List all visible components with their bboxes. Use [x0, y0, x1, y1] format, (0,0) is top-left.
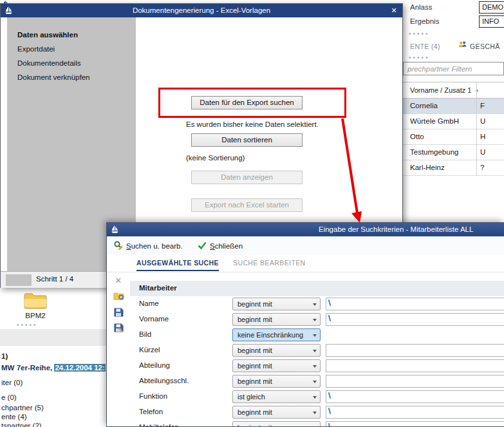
wizard-step-dokumentendetails[interactable]: Dokumentendetails — [7, 56, 136, 70]
button-label: chließen — [215, 242, 243, 250]
operator-select[interactable]: beginnt mit — [232, 375, 321, 388]
operator-value: beginnt mit — [238, 346, 272, 354]
criteria-row-name: Name beginnt mit — [130, 296, 504, 312]
criteria-label: Name — [139, 299, 159, 307]
partner-panel: Anlass DEMO Ergebnis INFO ••••• ENTE (4)… — [402, 0, 504, 222]
search-and-edit-button[interactable]: Suchen u. bearb. — [113, 240, 183, 252]
criteria-input[interactable] — [326, 359, 504, 372]
tree-item[interactable]: iter (0) — [1, 379, 23, 386]
operator-select[interactable]: beginnt mit — [232, 344, 321, 357]
operator-select[interactable]: beginnt mit — [232, 359, 321, 372]
close-search-button[interactable]: Schließen — [197, 240, 243, 252]
table-row[interactable]: Testumgebung U — [402, 145, 504, 160]
criteria-label: Abteilung — [139, 361, 170, 369]
tree-item-label: iter (0) — [1, 379, 23, 386]
tree-item[interactable]: tspartner (2) — [1, 422, 42, 427]
tab-suche-bearbeiten[interactable]: SUCHE BEARBEITEN — [233, 259, 306, 270]
criteria-input[interactable] — [326, 298, 504, 310]
tab-ausgewaehlte-suche[interactable]: AUSGEWÄHLTE SUCHE — [136, 259, 219, 271]
criteria-label: Kürzel — [139, 346, 160, 354]
save-as-icon[interactable] — [113, 323, 124, 334]
dots-separator: ••••• — [409, 54, 430, 61]
partner-table: Vorname / Zusatz 1▲ Cornelia F Würtele G… — [402, 82, 504, 176]
tree-item[interactable]: chpartner (5) — [1, 404, 44, 412]
load-search-icon[interactable] — [113, 292, 124, 303]
operator-select[interactable]: beginnt mit — [232, 406, 321, 419]
table-row[interactable]: Cornelia F — [402, 99, 504, 114]
table-row[interactable]: Otto H — [402, 129, 504, 145]
criteria-input[interactable] — [326, 406, 504, 419]
no-sort-caption: (keine Sortierung) — [186, 154, 245, 162]
tree-item[interactable]: e (0) — [1, 394, 17, 401]
chevron-down-icon — [313, 396, 317, 401]
chevron-down-icon — [313, 334, 317, 339]
operator-value: beginnt mit — [238, 300, 272, 308]
chevron-down-icon — [313, 412, 317, 416]
save-icon[interactable] — [113, 307, 124, 319]
clear-icon[interactable]: ✕ — [113, 275, 124, 287]
start-excel-export-button: Export nach Excel starten — [191, 198, 303, 212]
cell-name: Otto — [410, 133, 424, 140]
tree-item-selected-text: 24.12.2004 12: — [54, 364, 105, 372]
button-label: S — [126, 242, 131, 250]
criteria-row-telefon: Telefon beginnt mit — [130, 404, 504, 420]
partner-filter-input[interactable] — [403, 62, 504, 75]
button-label: S — [210, 242, 215, 250]
table-row[interactable]: Würtele GmbH U — [402, 114, 504, 129]
wizard-step-daten-auswaehlen[interactable]: Daten auswählen — [7, 28, 136, 42]
criteria-row-funktion: Funktion ist gleich — [130, 389, 504, 404]
tree-item-label: ente (4) — [1, 413, 27, 421]
tab-dokumente[interactable]: ENTE (4) — [410, 43, 440, 50]
tree-item-label: chpartner (5) — [1, 404, 44, 412]
table-row[interactable]: Karl-Heinz ? — [402, 160, 504, 176]
folder-icon[interactable] — [23, 291, 48, 312]
tree-item[interactable]: MW 7er-Reihe, 24.12.2004 12: — [1, 364, 106, 372]
search-export-data-button[interactable]: Daten für den Export suchen — [191, 96, 303, 109]
dots-separator: ••••• — [17, 321, 38, 328]
criteria-input[interactable] — [326, 421, 504, 427]
tree-item-label: e (0) — [1, 394, 17, 401]
panel-band — [0, 329, 106, 346]
close-icon[interactable]: ✕ — [388, 5, 400, 16]
criteria-input[interactable] — [326, 313, 504, 326]
tree-item-label: tspartner (2) — [1, 422, 42, 427]
criteria-input[interactable] — [326, 344, 504, 357]
button-label: uchen u. bearb. — [131, 242, 183, 250]
operator-value: keine Einschränkung — [238, 331, 303, 339]
cell-code: F — [480, 102, 485, 109]
operator-select[interactable]: beginnt mit — [232, 298, 321, 310]
search-side-toolbar: ✕ — [107, 272, 130, 426]
operator-value: ist gleich — [238, 393, 265, 401]
criteria-row-vorname: Vorname beginnt mit — [130, 312, 504, 327]
tree-item[interactable]: ente (4) — [1, 413, 27, 421]
operator-select[interactable]: keine Einschränkung — [232, 328, 321, 341]
anlass-field[interactable]: DEMO — [479, 1, 504, 14]
column-header: Vorname / Zusatz 1▲ — [410, 86, 479, 94]
search-criteria-window: Eingabe der Suchkriterien - Mitarbeiterl… — [106, 222, 504, 427]
chevron-down-icon — [313, 319, 317, 323]
operator-select[interactable]: ist gleich — [232, 390, 321, 403]
search-window-titlebar: Eingabe der Suchkriterien - Mitarbeiterl… — [107, 223, 504, 236]
wizard-step-dokument-verknuepfen[interactable]: Dokument verknüpfen — [7, 70, 136, 84]
column-header-label: Vorname / Zusatz 1 — [410, 86, 471, 94]
operator-select[interactable]: beginnt mit — [232, 313, 321, 326]
wizard-title: Dokumentengenerierung - Excel-Vorlagen — [1, 6, 402, 14]
wizard-step-exportdatei[interactable]: Exportdatei — [7, 42, 136, 56]
criteria-input[interactable] — [326, 375, 504, 388]
criteria-input[interactable] — [326, 390, 504, 403]
sort-data-button[interactable]: Daten sortieren — [191, 133, 303, 147]
ergebnis-field[interactable]: INFO — [479, 15, 504, 28]
criteria-row-kuerzel: Kürzel beginnt mit — [130, 343, 504, 358]
operator-value: beginnt mit — [238, 408, 272, 416]
criteria-label: Telefon — [139, 408, 163, 415]
tab-geschaeftspartner[interactable]: GESCHÄ — [470, 43, 500, 50]
chevron-down-icon — [313, 365, 317, 370]
show-data-button: Daten anzeigen — [191, 171, 303, 184]
criteria-label: Bild — [139, 330, 151, 338]
folder-label: BPM2 — [15, 312, 55, 319]
criteria-label: Vorname — [139, 315, 169, 323]
tree-item[interactable]: 1) — [1, 352, 8, 360]
operator-value: beginnt mit — [238, 362, 272, 370]
table-header-row[interactable]: Vorname / Zusatz 1▲ — [402, 82, 504, 99]
operator-select[interactable]: beginnt mit — [232, 421, 321, 427]
